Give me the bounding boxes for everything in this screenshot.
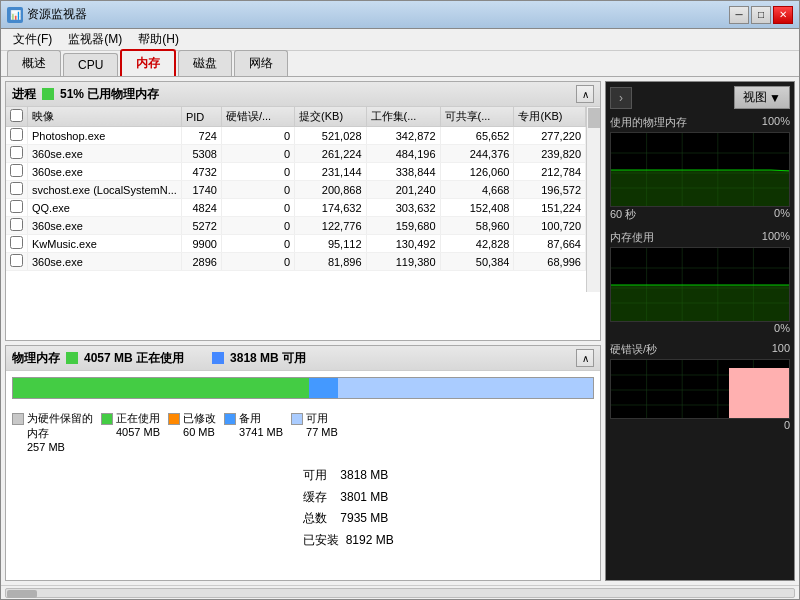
minimize-button[interactable]: ─ xyxy=(729,6,749,24)
table-row: Photoshop.exe 724 0 521,028 342,872 65,6… xyxy=(6,127,586,145)
col-shared-header[interactable]: 可共享(... xyxy=(440,107,514,127)
memory-status-blue: 3818 MB 可用 xyxy=(230,350,306,367)
window-title: 资源监视器 xyxy=(27,6,87,23)
row-checkbox[interactable] xyxy=(10,200,23,213)
memory-section-header: 物理内存 4057 MB 正在使用 3818 MB 可用 ∧ xyxy=(6,346,600,371)
row-commit: 81,896 xyxy=(295,253,366,271)
legend-in-use-label: 正在使用 xyxy=(101,411,160,426)
row-shared: 126,060 xyxy=(440,163,514,181)
memory-bar-container xyxy=(6,371,600,405)
legend-hardware: 为硬件保留的 内存 257 MB xyxy=(12,411,93,453)
menu-help[interactable]: 帮助(H) xyxy=(130,29,187,50)
tab-memory[interactable]: 内存 xyxy=(120,49,176,76)
select-all-checkbox[interactable] xyxy=(10,109,23,122)
row-private: 277,220 xyxy=(514,127,586,145)
row-checkbox[interactable] xyxy=(10,218,23,231)
legend-hardware-text: 为硬件保留的 xyxy=(27,411,93,426)
table-row: 360se.exe 5272 0 122,776 159,680 58,960 … xyxy=(6,217,586,235)
legend-modified-text: 已修改 xyxy=(183,411,216,426)
tab-overview[interactable]: 概述 xyxy=(7,50,61,76)
process-collapse-button[interactable]: ∧ xyxy=(576,85,594,103)
row-private: 239,820 xyxy=(514,145,586,163)
graph-memory-grid xyxy=(610,247,790,322)
col-image-header[interactable]: 映像 xyxy=(28,107,182,127)
process-scroll-area[interactable]: 映像 PID 硬错误/... 提交(KB) 工作集(... 可共享(... 专用… xyxy=(6,107,586,292)
row-checkbox[interactable] xyxy=(10,182,23,195)
row-image: Photoshop.exe xyxy=(28,127,182,145)
row-checkbox[interactable] xyxy=(10,146,23,159)
process-label: 进程 xyxy=(12,86,36,103)
process-status-dot xyxy=(42,88,54,100)
tab-bar: 概述 CPU 内存 磁盘 网络 xyxy=(1,51,799,77)
row-pid: 9900 xyxy=(181,235,221,253)
process-section: 进程 51% 已用物理内存 ∧ 映像 PID xyxy=(5,81,601,341)
table-row: svchost.exe (LocalSystemN... 1740 0 200,… xyxy=(6,181,586,199)
row-pid: 2896 xyxy=(181,253,221,271)
legend-box-orange xyxy=(168,413,180,425)
col-work-header[interactable]: 工作集(... xyxy=(366,107,440,127)
table-row: 360se.exe 5308 0 261,224 484,196 244,376… xyxy=(6,145,586,163)
horizontal-scrollbar-track[interactable] xyxy=(5,588,795,598)
menu-file[interactable]: 文件(F) xyxy=(5,29,60,50)
process-section-header: 进程 51% 已用物理内存 ∧ xyxy=(6,82,600,107)
graph-physical-memory: 使用的物理内存 100% xyxy=(610,115,790,224)
bar-in-use xyxy=(13,378,309,398)
svg-rect-15 xyxy=(611,285,789,321)
legend-standby: 备用 3741 MB xyxy=(224,411,283,453)
row-commit: 200,868 xyxy=(295,181,366,199)
row-work: 159,680 xyxy=(366,217,440,235)
process-status: 51% 已用物理内存 xyxy=(60,86,159,103)
detail-total: 总数 7935 MB xyxy=(303,508,580,530)
row-work: 201,240 xyxy=(366,181,440,199)
tab-network[interactable]: 网络 xyxy=(234,50,288,76)
right-panel-header: › 视图 ▼ xyxy=(610,86,790,109)
row-checkbox[interactable] xyxy=(10,164,23,177)
col-commit-header[interactable]: 提交(KB) xyxy=(295,107,366,127)
close-button[interactable]: ✕ xyxy=(773,6,793,24)
tab-disk[interactable]: 磁盘 xyxy=(178,50,232,76)
memory-section: 物理内存 4057 MB 正在使用 3818 MB 可用 ∧ xyxy=(5,345,601,581)
row-checkbox[interactable] xyxy=(10,254,23,267)
row-checkbox[interactable] xyxy=(10,236,23,249)
row-checkbox[interactable] xyxy=(10,128,23,141)
process-scrollbar[interactable] xyxy=(586,107,600,292)
col-hard-header[interactable]: 硬错误/... xyxy=(221,107,294,127)
legend-standby-value: 3741 MB xyxy=(239,426,283,438)
right-arrow-button[interactable]: › xyxy=(610,87,632,109)
memory-details: 可用 3818 MB 缓存 3801 MB 总数 7935 MB 已安装 819… xyxy=(6,459,600,557)
detail-available: 可用 3818 MB xyxy=(303,465,580,487)
row-hard: 0 xyxy=(221,253,294,271)
bottom-scrollbar[interactable] xyxy=(1,585,799,599)
row-check xyxy=(6,181,28,199)
pink-area xyxy=(729,368,789,418)
row-pid: 4824 xyxy=(181,199,221,217)
row-shared: 50,384 xyxy=(440,253,514,271)
memory-title: 物理内存 4057 MB 正在使用 3818 MB 可用 xyxy=(12,350,306,367)
row-image: 360se.exe xyxy=(28,217,182,235)
view-button[interactable]: 视图 ▼ xyxy=(734,86,790,109)
col-pid-header[interactable]: PID xyxy=(181,107,221,127)
menu-monitor[interactable]: 监视器(M) xyxy=(60,29,130,50)
table-row: 360se.exe 4732 0 231,144 338,844 126,060… xyxy=(6,163,586,181)
legend-box-grey xyxy=(12,413,24,425)
graph-physical-label: 使用的物理内存 100% xyxy=(610,115,790,130)
horizontal-scrollbar-thumb[interactable] xyxy=(7,590,37,598)
row-work: 303,632 xyxy=(366,199,440,217)
row-hard: 0 xyxy=(221,127,294,145)
row-pid: 5308 xyxy=(181,145,221,163)
legend-hardware-label: 为硬件保留的 xyxy=(12,411,93,426)
memory-status-dot-blue xyxy=(212,352,224,364)
table-row: QQ.exe 4824 0 174,632 303,632 152,408 15… xyxy=(6,199,586,217)
col-private-header[interactable]: 专用(KB) xyxy=(514,107,586,127)
row-hard: 0 xyxy=(221,199,294,217)
tab-cpu[interactable]: CPU xyxy=(63,53,118,76)
maximize-button[interactable]: □ xyxy=(751,6,771,24)
table-row: KwMusic.exe 9900 0 95,112 130,492 42,828… xyxy=(6,235,586,253)
row-check xyxy=(6,127,28,145)
legend-modified-label: 已修改 xyxy=(168,411,216,426)
memory-collapse-button[interactable]: ∧ xyxy=(576,349,594,367)
row-private: 151,224 xyxy=(514,199,586,217)
legend-available: 可用 77 MB xyxy=(291,411,338,453)
row-commit: 174,632 xyxy=(295,199,366,217)
memory-status-green: 4057 MB 正在使用 xyxy=(84,350,184,367)
